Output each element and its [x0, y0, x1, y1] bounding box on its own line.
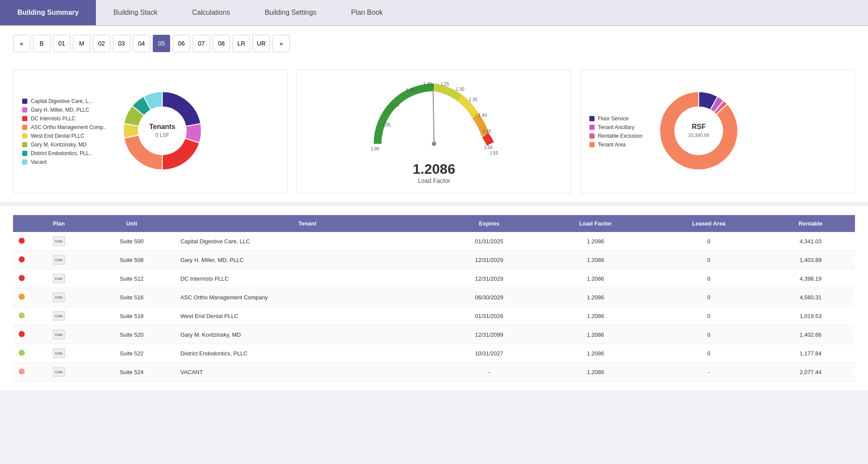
floor-btn-lr[interactable]: LR	[233, 35, 250, 52]
leased-area-cell: 0	[651, 251, 766, 269]
unit-cell: Suite 516	[87, 288, 176, 307]
legend-item: District Endodontics, PLL..	[22, 150, 106, 156]
status-cell	[13, 363, 30, 381]
table-row: CAD Suite 518 West End Dental PLLC 01/31…	[13, 307, 855, 325]
col-plan: Plan	[30, 215, 87, 232]
legend-color	[22, 142, 27, 147]
plan-cell[interactable]: CAD	[30, 288, 87, 307]
floor-btn-07[interactable]: 07	[193, 35, 210, 52]
tab-building-settings[interactable]: Building Settings	[247, 0, 334, 25]
plan-cell[interactable]: CAD	[30, 251, 87, 269]
col-rentable: Rentable	[766, 215, 855, 232]
legend-label: District Endodontics, PLL..	[31, 150, 92, 156]
tab-plan-book[interactable]: Plan Book	[334, 0, 400, 25]
floor-btn-«[interactable]: «	[13, 35, 30, 52]
tab-building-stack[interactable]: Building Stack	[96, 0, 174, 25]
col-expires: Expires	[439, 215, 539, 232]
legend-label: Gary M. Koritzinsky, MD	[31, 142, 86, 148]
legend-color	[589, 116, 595, 121]
load-factor-cell: 1.2086	[539, 344, 651, 363]
legend-color	[22, 116, 27, 121]
rsf-donut-panel: Floor ServiceTenant AncillaryRentable Ex…	[580, 70, 855, 193]
col-tenant: Tenant	[176, 215, 439, 232]
cad-icon[interactable]: CAD	[53, 236, 65, 246]
col-load-factor: Load Factor	[539, 215, 651, 232]
svg-text:1.25: 1.25	[441, 82, 449, 86]
tab-calculations[interactable]: Calculations	[175, 0, 247, 25]
expires-cell: 01/31/2025	[439, 232, 539, 251]
legend-label: Floor Service	[598, 116, 629, 122]
legend-label: DC Internists PLLC	[31, 116, 76, 122]
status-dot	[19, 368, 25, 375]
unit-cell: Suite 524	[87, 363, 176, 381]
status-dot	[19, 350, 25, 356]
rentable-cell: 1,402.66	[766, 325, 855, 344]
unit-cell: Suite 500	[87, 232, 176, 251]
svg-text:1.55: 1.55	[490, 151, 498, 156]
legend-item: DC Internists PLLC	[22, 116, 106, 122]
floor-btn-02[interactable]: 02	[93, 35, 110, 52]
rentable-cell: 1,019.53	[766, 307, 855, 325]
legend-color	[22, 159, 27, 165]
floor-btn-08[interactable]: 08	[213, 35, 230, 52]
leased-area-cell: 0	[651, 288, 766, 307]
plan-cell[interactable]: CAD	[30, 344, 87, 363]
floor-btn-01[interactable]: 01	[53, 35, 70, 52]
legend-item: Tenant Ancillary	[589, 124, 643, 130]
svg-text:1.30: 1.30	[456, 87, 464, 92]
plan-cell[interactable]: CAD	[30, 269, 87, 288]
status-dot	[19, 312, 25, 318]
tenant-cell: District Endodontics, PLLC	[176, 344, 439, 363]
legend-color	[22, 133, 27, 139]
tenant-cell: DC Internists PLLC	[176, 269, 439, 288]
expires-cell: 06/30/2029	[439, 288, 539, 307]
plan-cell[interactable]: CAD	[30, 307, 87, 325]
plan-cell[interactable]: CAD	[30, 325, 87, 344]
floor-btn-b[interactable]: B	[33, 35, 50, 52]
cad-icon[interactable]: CAD	[53, 348, 65, 358]
svg-point-13	[432, 142, 436, 146]
floor-btn-03[interactable]: 03	[113, 35, 130, 52]
table-row: CAD Suite 508 Gary H. Miller, MD, PLLC 1…	[13, 251, 855, 269]
plan-cell[interactable]: CAD	[30, 232, 87, 251]
table-row: CAD Suite 524 VACANT - 1.2086 - 2,077.44	[13, 363, 855, 381]
cad-icon[interactable]: CAD	[53, 274, 65, 283]
legend-item: Tenant Area	[589, 142, 643, 148]
legend-label: Gary H. Miller, MD, PLLC	[31, 107, 89, 113]
status-cell	[13, 307, 30, 325]
legend-color	[22, 151, 27, 156]
rsf-legend: Floor ServiceTenant AncillaryRentable Ex…	[589, 116, 643, 148]
cad-icon[interactable]: CAD	[53, 292, 65, 302]
unit-cell: Suite 522	[87, 344, 176, 363]
svg-text:1.50: 1.50	[484, 145, 493, 150]
tab-building-summary[interactable]: Building Summary	[0, 0, 96, 25]
cad-icon[interactable]: CAD	[53, 330, 65, 339]
units-table: Plan Unit Tenant Expires Load Factor Lea…	[13, 215, 855, 381]
expires-cell: -	[439, 363, 539, 381]
cad-icon[interactable]: CAD	[53, 367, 65, 377]
rsf-donut-chart: RSF 20,380.89	[655, 87, 742, 174]
table-section: Plan Unit Tenant Expires Load Factor Lea…	[0, 206, 868, 390]
expires-cell: 12/31/2029	[439, 269, 539, 288]
floor-btn-»[interactable]: »	[273, 35, 290, 52]
cad-icon[interactable]: CAD	[53, 255, 65, 265]
floor-btn-05[interactable]: 05	[153, 35, 170, 52]
load-factor-cell: 1.2086	[539, 251, 651, 269]
cad-icon[interactable]: CAD	[53, 311, 65, 321]
plan-cell[interactable]: CAD	[30, 363, 87, 381]
rentable-cell: 4,560.31	[766, 288, 855, 307]
table-row: CAD Suite 512 DC Internists PLLC 12/31/2…	[13, 269, 855, 288]
expires-cell: 12/31/2099	[439, 325, 539, 344]
unit-cell: Suite 508	[87, 251, 176, 269]
floor-btn-m[interactable]: M	[73, 35, 90, 52]
floor-btn-04[interactable]: 04	[133, 35, 150, 52]
floor-btn-ur[interactable]: UR	[253, 35, 270, 52]
legend-color	[589, 133, 595, 139]
rentable-cell: 2,077.44	[766, 363, 855, 381]
gauge-value: 1.2086	[413, 161, 455, 177]
table-row: CAD Suite 522 District Endodontics, PLLC…	[13, 344, 855, 363]
legend-item: Capital Digestive Care, L...	[22, 98, 106, 104]
floor-btn-06[interactable]: 06	[173, 35, 190, 52]
svg-text:1.05: 1.05	[382, 123, 391, 127]
status-dot	[19, 238, 25, 244]
